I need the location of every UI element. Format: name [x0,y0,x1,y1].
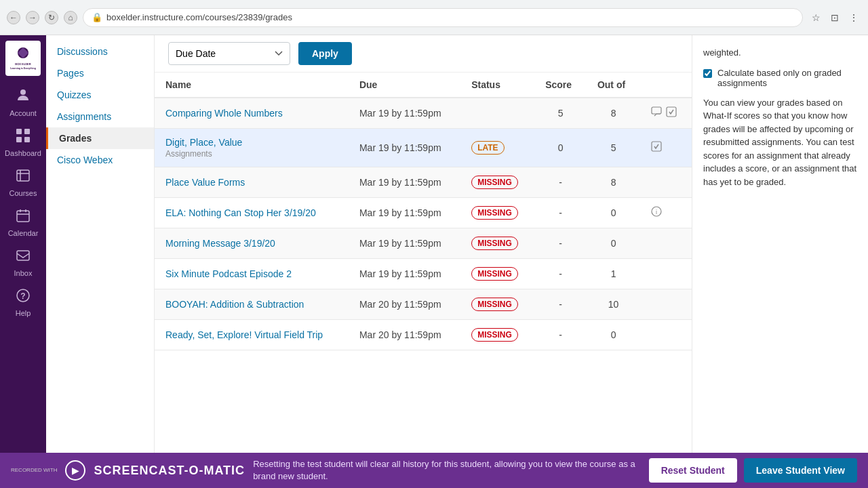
nav-pages[interactable]: Pages [46,62,154,84]
status-cell: LATE [460,129,534,167]
actions-cell [640,228,692,259]
status-badge: MISSING [471,267,518,281]
account-icon [15,87,31,107]
left-nav: Discussions Pages Quizzes Assignments Gr… [46,35,155,488]
comment-icon[interactable] [651,106,662,120]
table-row: BOOYAH: Addition & SubtractionMar 20 by … [155,289,692,320]
help-icon: ? [16,288,31,307]
assignment-link[interactable]: ELA: Nothing Can Stop Her 3/19/20 [165,207,316,218]
status-cell [460,98,534,129]
svg-rect-22 [652,142,661,151]
svg-text:BOX ELDER: BOX ELDER [15,62,31,66]
extensions-icon[interactable]: ⊡ [827,10,842,25]
score-cell: - [534,320,587,350]
url-bar[interactable]: 🔒 boxelder.instructure.com/courses/23839… [83,8,803,27]
assignment-name-cell: ELA: Nothing Can Stop Her 3/19/20 [155,198,349,228]
assignment-name-cell: Ready, Set, Explore! Virtual Field Trip [155,320,349,350]
score-cell: - [534,198,587,228]
submit-icon[interactable] [666,106,677,120]
assignment-name-cell: Comparing Whole Numbers [155,98,349,129]
score-cell: 0 [534,129,587,167]
out-of-cell: 1 [587,259,640,289]
browser-chrome: ← → ↻ ⌂ 🔒 boxelder.instructure.com/cours… [0,0,868,35]
svg-rect-20 [652,107,661,114]
status-cell: MISSING [460,259,534,289]
courses-icon [16,168,31,187]
weighted-text: weighted. [703,46,857,60]
svg-rect-8 [16,137,22,142]
refresh-button[interactable]: ↻ [45,11,58,24]
out-of-cell: 0 [587,198,640,228]
status-badge: MISSING [471,176,518,189]
bottom-bar-actions: Reset Student Leave Student View [649,458,857,483]
col-actions [640,73,692,98]
sidebar-item-courses-label: Courses [9,189,37,197]
nav-discussions[interactable]: Discussions [46,41,154,62]
assignment-link[interactable]: Six Minute Podcast Episode 2 [165,268,292,279]
sidebar-item-calendar[interactable]: Calendar [0,203,46,243]
due-date: Mar 19 by 11:59pm [349,259,460,289]
out-of-cell: 8 [587,167,640,198]
back-button[interactable]: ← [7,11,20,24]
col-out-of: Out of [587,73,640,98]
bottom-bar: RECORDED WITH ▶ SCREENCAST-O-MATIC Reset… [0,453,868,488]
forward-button[interactable]: → [26,11,39,24]
assignment-link[interactable]: Digit, Place, Value [165,137,242,148]
sort-select[interactable]: Due Date Name Assignment Group Module [168,42,290,65]
actions-cell [640,167,692,198]
score-cell: - [534,228,587,259]
assignment-link[interactable]: Ready, Set, Explore! Virtual Field Trip [165,329,323,340]
sidebar-item-account-label: Account [9,109,37,117]
table-row: Ready, Set, Explore! Virtual Field TripM… [155,320,692,350]
score-cell: - [534,167,587,198]
graded-only-checkbox[interactable] [703,69,712,78]
sidebar-item-help[interactable]: ? Help [0,283,46,323]
sidebar-logo[interactable]: BOX ELDER Learning is Everything [3,38,43,79]
out-of-cell: 0 [587,320,640,350]
table-row: Six Minute Podcast Episode 2Mar 19 by 11… [155,259,692,289]
bookmark-icon[interactable]: ☆ [808,10,823,25]
graded-only-checkbox-row: Calculate based only on graded assignmen… [703,68,857,88]
sidebar-item-calendar-label: Calendar [8,229,39,237]
status-badge: LATE [471,141,504,155]
out-of-cell: 8 [587,98,640,129]
status-cell: MISSING [460,289,534,320]
svg-rect-9 [24,137,30,142]
actions-cell [640,289,692,320]
nav-quizzes[interactable]: Quizzes [46,84,154,106]
assignment-link[interactable]: BOOYAH: Addition & Subtraction [165,299,304,310]
nav-cisco[interactable]: Cisco Webex [46,149,154,171]
apply-button[interactable]: Apply [298,42,352,65]
assignment-link[interactable]: Place Value Forms [165,177,245,188]
graded-only-label: Calculate based only on graded assignmen… [717,68,857,88]
nav-assignments[interactable]: Assignments [46,106,154,127]
sidebar-item-inbox[interactable]: Inbox [0,243,46,283]
actions-cell [640,259,692,289]
submit-icon[interactable] [651,141,662,155]
score-cell: - [534,289,587,320]
menu-icon[interactable]: ⋮ [846,10,861,25]
actions-cell [640,98,692,129]
sidebar-item-account[interactable]: Account [0,81,46,123]
sidebar-item-dashboard[interactable]: Dashboard [0,123,46,163]
due-date: Mar 19 by 11:59pm [349,98,460,129]
table-row: Morning Message 3/19/20Mar 19 by 11:59pm… [155,228,692,259]
grades-table: Name Due Status Score Out of Comparing W… [155,73,692,350]
home-button[interactable]: ⌂ [64,11,77,24]
assignment-link[interactable]: Morning Message 3/19/20 [165,238,275,249]
leave-student-view-button[interactable]: Leave Student View [744,458,857,483]
sidebar-item-courses[interactable]: Courses [0,163,46,203]
nav-grades[interactable]: Grades [46,127,154,149]
out-of-cell: 10 [587,289,640,320]
info-icon[interactable]: i [651,206,662,220]
svg-point-5 [20,89,26,95]
inbox-icon [16,248,31,267]
reset-student-button[interactable]: Reset Student [649,458,737,483]
svg-text:Learning is Everything: Learning is Everything [10,67,36,70]
sidebar-item-inbox-label: Inbox [14,269,33,277]
svg-rect-10 [17,170,29,181]
table-row: Comparing Whole NumbersMar 19 by 11:59pm… [155,98,692,129]
sort-bar: Due Date Name Assignment Group Module Ap… [155,35,692,73]
play-button[interactable]: ▶ [65,460,85,481]
assignment-link[interactable]: Comparing Whole Numbers [165,108,283,119]
